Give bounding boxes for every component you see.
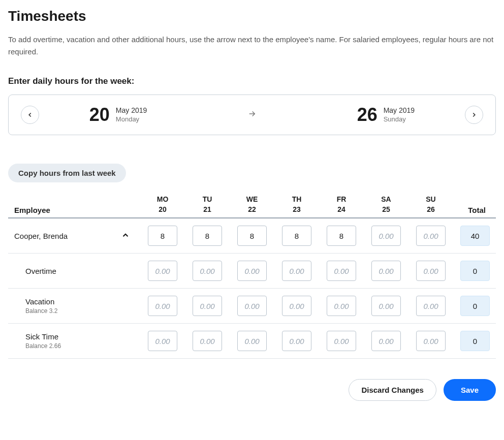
employee-row: Cooper, Brenda 40 [8, 218, 496, 254]
save-button[interactable]: Save [444, 379, 496, 401]
vacation-row: Vacation Balance 3.2 0 [8, 289, 496, 324]
overtime-input-we[interactable] [237, 261, 267, 281]
overtime-input-th[interactable] [282, 261, 311, 281]
vacation-total: 0 [460, 296, 490, 316]
start-date: 20 May 2019 Monday [89, 104, 147, 125]
regular-hours-input-mo[interactable] [148, 226, 177, 246]
vacation-input-su[interactable] [416, 296, 446, 316]
day-header-su: SU26 [408, 195, 453, 214]
day-header-tu: TU21 [185, 195, 230, 214]
start-date-month: May 2019 [116, 106, 147, 115]
prev-week-button[interactable] [21, 106, 39, 124]
collapse-employee-button[interactable] [119, 229, 132, 243]
overtime-label: Overtime [14, 267, 140, 275]
chevron-right-icon [470, 111, 478, 118]
day-header-fr: FR24 [319, 195, 364, 214]
next-week-button[interactable] [465, 106, 483, 124]
day-header-sa: SA25 [364, 195, 408, 214]
sick-input-su[interactable] [416, 331, 446, 351]
overtime-total: 0 [460, 261, 490, 281]
sick-input-sa[interactable] [371, 331, 401, 351]
overtime-row: Overtime 0 [8, 254, 496, 289]
start-date-weekday: Monday [116, 115, 147, 124]
regular-hours-input-sa[interactable] [371, 226, 401, 246]
end-date-day: 26 [357, 104, 377, 125]
sick-input-fr[interactable] [327, 331, 356, 351]
page-title: Timesheets [8, 8, 496, 24]
sick-total: 0 [460, 331, 490, 351]
employee-header: Employee [8, 206, 140, 214]
discard-button[interactable]: Discard Changes [349, 379, 436, 401]
overtime-input-su[interactable] [416, 261, 446, 281]
table-header-row: Employee MO20 TU21 WE22 TH23 FR24 SA25 S… [8, 195, 496, 218]
sick-balance: Balance 2.66 [14, 342, 140, 350]
employee-name: Cooper, Brenda [14, 232, 68, 240]
arrow-right-icon [247, 109, 257, 120]
vacation-balance: Balance 3.2 [14, 307, 140, 315]
vacation-input-fr[interactable] [327, 296, 356, 316]
overtime-input-tu[interactable] [193, 261, 222, 281]
sick-row: Sick Time Balance 2.66 0 [8, 324, 496, 359]
regular-total: 40 [460, 226, 490, 246]
week-label: Enter daily hours for the week: [8, 76, 496, 86]
end-date-month: May 2019 [384, 106, 415, 115]
total-header: Total [453, 206, 496, 214]
footer-actions: Discard Changes Save [8, 379, 496, 401]
regular-hours-input-fr[interactable] [327, 226, 356, 246]
regular-hours-input-su[interactable] [416, 226, 446, 246]
chevron-left-icon [26, 111, 34, 118]
vacation-label: Vacation [14, 297, 140, 306]
copy-hours-button[interactable]: Copy hours from last week [8, 164, 126, 182]
sick-label: Sick Time [14, 332, 140, 341]
vacation-input-mo[interactable] [148, 296, 177, 316]
sick-input-tu[interactable] [193, 331, 222, 351]
vacation-input-tu[interactable] [193, 296, 222, 316]
day-header-we: WE22 [230, 195, 274, 214]
sick-input-we[interactable] [237, 331, 267, 351]
vacation-input-we[interactable] [237, 296, 267, 316]
regular-hours-input-we[interactable] [237, 226, 267, 246]
date-range-selector: 20 May 2019 Monday 26 May 2019 Sunday [8, 95, 496, 135]
day-header-mo: MO20 [140, 195, 185, 214]
end-date: 26 May 2019 Sunday [357, 104, 415, 125]
start-date-day: 20 [89, 104, 110, 125]
vacation-input-sa[interactable] [371, 296, 401, 316]
sick-input-th[interactable] [282, 331, 311, 351]
timesheet-table: Employee MO20 TU21 WE22 TH23 FR24 SA25 S… [8, 195, 496, 359]
overtime-input-fr[interactable] [327, 261, 356, 281]
day-header-th: TH23 [274, 195, 319, 214]
overtime-input-sa[interactable] [371, 261, 401, 281]
overtime-input-mo[interactable] [148, 261, 177, 281]
page-description: To add overtime, vacation and other addi… [8, 34, 496, 58]
end-date-weekday: Sunday [384, 115, 415, 124]
chevron-up-icon [121, 231, 130, 240]
regular-hours-input-tu[interactable] [193, 226, 222, 246]
vacation-input-th[interactable] [282, 296, 311, 316]
regular-hours-input-th[interactable] [282, 226, 311, 246]
sick-input-mo[interactable] [148, 331, 177, 351]
